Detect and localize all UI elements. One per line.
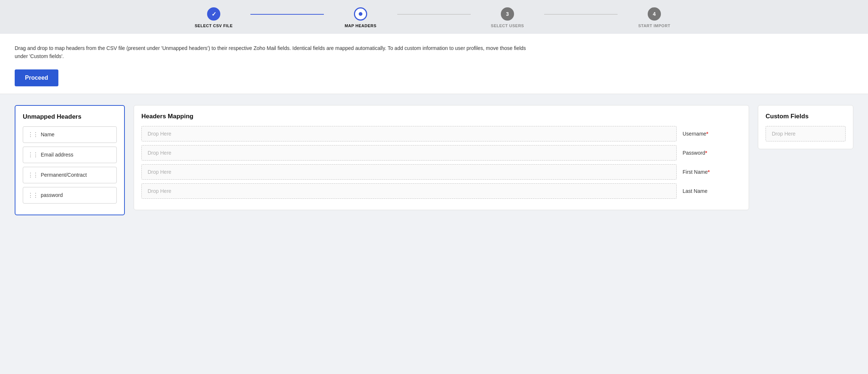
panels-area: Unmapped Headers ⋮⋮ Name ⋮⋮ Email addres…: [0, 94, 868, 226]
mapping-row-firstname: Drop Here First Name*: [141, 164, 741, 180]
mapping-panel-title: Headers Mapping: [141, 113, 741, 120]
step-circle-2: [354, 7, 367, 21]
mapping-row-lastname: Drop Here Last Name: [141, 183, 741, 199]
checkmark-icon: ✓: [211, 11, 216, 18]
unmapped-item-label-0: Name: [41, 132, 54, 137]
mapping-row-password: Drop Here Password*: [141, 145, 741, 161]
drop-zone-username[interactable]: Drop Here: [141, 126, 677, 141]
step-circle-3: 3: [501, 7, 514, 21]
drag-handle-icon: ⋮⋮: [28, 172, 38, 179]
step-select-csv: ✓ SELECT CSV FILE: [177, 7, 250, 28]
step-map-headers: MAP HEADERS: [324, 7, 397, 28]
unmapped-item-contract[interactable]: ⋮⋮ Permanent/Contract: [23, 167, 117, 183]
custom-drop-zone[interactable]: Drop Here: [766, 126, 846, 141]
drop-zone-lastname[interactable]: Drop Here: [141, 183, 677, 199]
required-star-firstname: *: [708, 169, 709, 175]
field-label-firstname: First Name*: [683, 169, 741, 175]
custom-panel-title: Custom Fields: [766, 113, 846, 120]
step-label-2: MAP HEADERS: [345, 24, 377, 28]
field-label-lastname: Last Name: [683, 188, 741, 194]
field-label-password: Password*: [683, 150, 741, 156]
connector-2-3: [397, 14, 471, 15]
stepper: ✓ SELECT CSV FILE MAP HEADERS 3 SELECT U…: [177, 7, 691, 28]
drag-handle-icon: ⋮⋮: [28, 151, 38, 158]
drag-handle-icon: ⋮⋮: [28, 131, 38, 138]
drop-zone-firstname[interactable]: Drop Here: [141, 164, 677, 180]
unmapped-headers-panel: Unmapped Headers ⋮⋮ Name ⋮⋮ Email addres…: [15, 105, 125, 215]
unmapped-item-label-1: Email address: [41, 152, 73, 158]
unmapped-item-label-2: Permanent/Contract: [41, 172, 87, 178]
unmapped-panel-title: Unmapped Headers: [23, 113, 117, 121]
step-label-3: SELECT USERS: [491, 24, 524, 28]
main-content: Drag and drop to map headers from the CS…: [0, 34, 868, 94]
drag-handle-icon: ⋮⋮: [28, 192, 38, 199]
step-circle-1: ✓: [207, 7, 220, 21]
step-label-1: SELECT CSV FILE: [195, 24, 232, 28]
unmapped-item-name[interactable]: ⋮⋮ Name: [23, 126, 117, 143]
step-dot-2: [359, 12, 362, 16]
required-star-password: *: [705, 150, 707, 156]
custom-fields-panel: Custom Fields Drop Here: [758, 105, 853, 149]
headers-mapping-panel: Headers Mapping Drop Here Username* Drop…: [134, 105, 749, 210]
connector-3-4: [544, 14, 618, 15]
unmapped-item-email[interactable]: ⋮⋮ Email address: [23, 147, 117, 163]
unmapped-item-label-3: password: [41, 192, 63, 198]
step-circle-4: 4: [648, 7, 661, 21]
required-star-username: *: [706, 131, 708, 137]
connector-1-2: [250, 14, 324, 15]
drop-zone-password[interactable]: Drop Here: [141, 145, 677, 161]
field-label-username: Username*: [683, 131, 741, 137]
unmapped-item-password[interactable]: ⋮⋮ password: [23, 187, 117, 204]
step-start-import: 4 START IMPORT: [618, 7, 691, 28]
step-number-3: 3: [506, 11, 509, 17]
step-select-users: 3 SELECT USERS: [471, 7, 544, 28]
description-text: Drag and drop to map headers from the CS…: [15, 44, 529, 61]
step-label-4: START IMPORT: [638, 24, 670, 28]
stepper-bar: ✓ SELECT CSV FILE MAP HEADERS 3 SELECT U…: [0, 0, 868, 34]
mapping-row-username: Drop Here Username*: [141, 126, 741, 141]
proceed-button[interactable]: Proceed: [15, 69, 58, 86]
step-number-4: 4: [653, 11, 656, 17]
